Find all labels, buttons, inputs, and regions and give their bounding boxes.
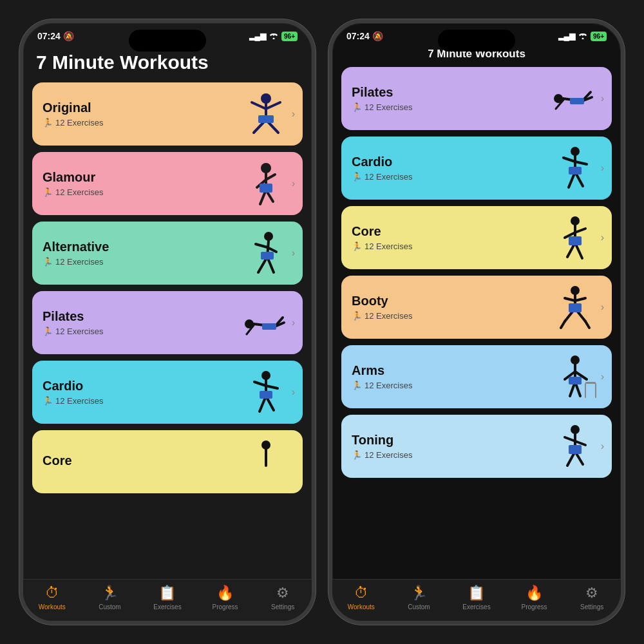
card-alternative[interactable]: Alternative 🏃 12 Exercises › <box>32 222 303 285</box>
wifi-left <box>269 32 279 41</box>
tab-label-workouts-right: Workouts <box>348 603 375 611</box>
time-right: 07:24 <box>346 31 370 41</box>
svg-line-78 <box>575 441 585 445</box>
person-icon-pilates: 🏃 <box>43 327 53 336</box>
tab-progress-right[interactable]: 🔥 Progress <box>506 585 564 611</box>
battery-right: 96+ <box>591 32 607 41</box>
card-title-pilates: Pilates <box>43 309 234 324</box>
card-core-partial[interactable]: Core <box>32 430 303 493</box>
bell-icon-right: 🔕 <box>372 31 383 41</box>
workout-list-right: Pilates 🏃 12 Exercises › <box>332 67 621 579</box>
card-image-pilates-r <box>544 76 601 121</box>
svg-line-59 <box>575 298 585 301</box>
tab-workouts-right[interactable]: ⏱ Workouts <box>332 585 390 611</box>
card-pilates[interactable]: Pilates 🏃 12 Exercises › <box>32 291 303 354</box>
svg-rect-6 <box>258 115 274 123</box>
card-arms-right[interactable]: Arms 🏃 12 Exercises <box>341 345 612 408</box>
signal-left: ▂▄▆ <box>249 32 267 41</box>
tab-label-progress-left: Progress <box>213 603 238 611</box>
tab-label-settings-right: Settings <box>580 603 603 611</box>
wifi-right <box>578 32 588 41</box>
svg-line-30 <box>266 386 278 388</box>
card-title-original: Original <box>43 100 234 115</box>
svg-point-56 <box>571 286 580 295</box>
person-icon-glamour: 🏃 <box>43 187 53 197</box>
chevron-pilates: › <box>292 317 295 328</box>
tab-label-exercises-left: Exercises <box>153 603 181 611</box>
svg-point-27 <box>261 371 270 380</box>
svg-rect-64 <box>569 303 582 312</box>
card-title-cardio-r: Cardio <box>352 155 544 169</box>
tab-label-settings-left: Settings <box>271 603 294 611</box>
card-pilates-right[interactable]: Pilates 🏃 12 Exercises › <box>341 67 612 130</box>
svg-rect-33 <box>260 391 272 399</box>
tab-settings-left[interactable]: ⚙ Settings <box>254 585 312 611</box>
card-image-core-r <box>544 215 601 260</box>
card-subtitle-glamour: 🏃 12 Exercises <box>43 187 234 197</box>
tab-label-custom-right: Custom <box>408 603 430 611</box>
svg-rect-20 <box>261 252 274 260</box>
svg-rect-74 <box>569 377 582 384</box>
tab-custom-right[interactable]: 🏃 Custom <box>390 585 448 611</box>
svg-line-10 <box>266 175 275 180</box>
signal-right: ▂▄▆ <box>558 32 576 41</box>
tab-exercises-left[interactable]: 📋 Exercises <box>138 585 196 611</box>
svg-point-49 <box>571 216 580 225</box>
card-image-toning-r <box>544 424 601 469</box>
chevron-glamour: › <box>292 178 295 189</box>
svg-rect-13 <box>260 184 272 193</box>
tab-progress-left[interactable]: 🔥 Progress <box>196 585 254 611</box>
dynamic-island <box>129 30 206 52</box>
card-subtitle-core-r: 🏃 12 Exercises <box>352 242 544 251</box>
svg-point-42 <box>571 147 580 156</box>
card-image-cardio <box>234 370 292 415</box>
svg-line-63 <box>585 321 589 328</box>
card-cardio[interactable]: Cardio 🏃 12 Exercises › <box>32 361 303 424</box>
card-image-pilates <box>234 300 292 345</box>
tab-settings-right[interactable]: ⚙ Settings <box>563 585 621 611</box>
card-toning-right[interactable]: Toning 🏃 12 Exercises › <box>341 415 612 478</box>
person-icon-cardio-r: 🏃 <box>352 172 362 182</box>
card-subtitle-pilates-r: 🏃 12 Exercises <box>352 102 544 112</box>
card-subtitle-cardio-r: 🏃 12 Exercises <box>352 172 544 182</box>
svg-point-65 <box>571 355 580 365</box>
svg-line-77 <box>565 437 575 441</box>
svg-rect-71 <box>585 382 596 384</box>
card-core-right[interactable]: Core 🏃 12 Exercises › <box>341 206 612 269</box>
card-glamour[interactable]: Glamour 🏃 12 Exercises › <box>32 152 303 215</box>
card-subtitle-pilates: 🏃 12 Exercises <box>43 327 234 336</box>
card-subtitle-booty-r: 🏃 12 Exercises <box>352 311 544 321</box>
tab-bar-right: ⏱ Workouts 🏃 Custom 📋 Exercises 🔥 Progre… <box>332 579 621 621</box>
card-booty-right[interactable]: Booty 🏃 12 Exercises <box>341 276 612 339</box>
person-icon: 🏃 <box>43 118 53 128</box>
svg-rect-81 <box>569 445 582 454</box>
chevron-arms-r: › <box>601 371 604 383</box>
tab-label-workouts-left: Workouts <box>39 603 66 611</box>
card-cardio-right[interactable]: Cardio 🏃 12 Exercises › <box>341 137 612 200</box>
exercises-icon-left: 📋 <box>158 585 176 601</box>
chevron-cardio: › <box>292 386 295 398</box>
chevron-toning-r: › <box>601 440 604 452</box>
svg-point-0 <box>261 93 271 104</box>
progress-icon-right: 🔥 <box>526 585 543 601</box>
battery-left: 96+ <box>281 32 298 41</box>
custom-icon-right: 🏃 <box>410 585 428 601</box>
card-title-core-r: Core <box>352 224 544 239</box>
person-icon-booty-r: 🏃 <box>352 311 362 321</box>
svg-rect-26 <box>262 323 276 330</box>
workouts-icon-left: ⏱ <box>45 585 59 601</box>
tab-workouts-left[interactable]: ⏱ Workouts <box>23 585 81 611</box>
svg-rect-55 <box>569 236 582 245</box>
svg-line-16 <box>256 244 267 247</box>
svg-line-58 <box>565 298 575 301</box>
chevron-cardio-r: › <box>601 162 604 174</box>
tab-custom-left[interactable]: 🏃 Custom <box>81 585 139 611</box>
custom-icon-left: 🏃 <box>101 585 118 601</box>
chevron-booty-r: › <box>601 301 604 313</box>
card-original[interactable]: Original 🏃 12 Exercises <box>32 82 303 146</box>
workouts-icon-right: ⏱ <box>354 585 368 601</box>
svg-point-34 <box>261 440 270 450</box>
tab-exercises-right[interactable]: 📋 Exercises <box>448 585 506 611</box>
bell-icon-left: 🔕 <box>63 31 74 41</box>
card-image-cardio-r <box>544 146 601 191</box>
